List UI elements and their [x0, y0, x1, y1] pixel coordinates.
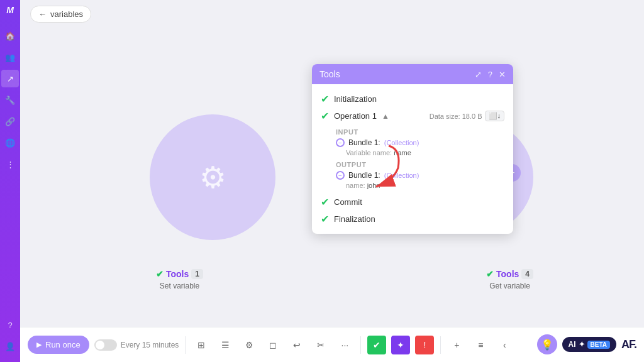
ai-badge[interactable]: AI ✦ BETA — [562, 337, 616, 352]
back-button[interactable]: ← variables — [30, 6, 91, 23]
sidebar-item-account[interactable]: 👤 — [1, 337, 19, 355]
input-section-label: INPUT — [336, 128, 504, 136]
sparkle-icon: ✦ — [579, 340, 585, 349]
collapse-btn[interactable]: ‹ — [495, 336, 514, 354]
left-node-title: ✔ Tools 1 — [156, 269, 203, 279]
sidebar: M 🏠 👥 ↗ 🔧 🔗 🌐 ⋮ ? 👤 — [0, 0, 20, 362]
panel-header-icons: ⤢ ? ✕ — [475, 70, 506, 79]
green-action-btn[interactable]: ✔ — [367, 336, 386, 354]
input-var-label: Variable name: — [346, 149, 392, 156]
sidebar-item-help[interactable]: ? — [1, 316, 19, 334]
red-action-btn[interactable]: ! — [415, 336, 434, 354]
output-section-label: OUTPUT — [336, 161, 504, 168]
af-text: AF. — [621, 338, 636, 351]
left-check-icon: ✔ — [156, 269, 164, 279]
init-check-icon: ✔ — [321, 93, 329, 105]
sidebar-item-chain[interactable]: 🔗 — [1, 112, 19, 130]
main-canvas: ← variables ⚙ ⚙ + 🔍 ✔ Too — [20, 0, 644, 362]
data-size: Data size: 18.0 B ⬜↓ — [430, 111, 504, 121]
flow-area: ⚙ ⚙ + 🔍 ✔ Tools 1 Set variable — [112, 45, 552, 309]
right-node-label: ✔ Tools 4 Get variable — [486, 269, 533, 290]
more-btn[interactable]: ··· — [335, 336, 354, 354]
toolbar-separator-1 — [185, 336, 186, 354]
op-label: Operation 1 — [334, 111, 377, 121]
expand-icon[interactable]: ⤢ — [475, 70, 482, 79]
list-btn[interactable]: ☰ — [216, 336, 235, 354]
schedule-toggle[interactable] — [94, 339, 117, 351]
beta-badge: BETA — [587, 341, 610, 349]
input-var-value: name — [394, 149, 411, 156]
init-label: Initialization — [334, 94, 377, 104]
panel-title: Tools — [319, 69, 340, 79]
ai-label: AI — [569, 340, 576, 349]
init-row: ✔ Initialization — [321, 90, 504, 107]
left-node-circle: ⚙ — [150, 114, 275, 240]
settings-btn[interactable]: ⚙ — [240, 336, 258, 354]
output-bundle-label: Bundle 1: — [348, 171, 380, 180]
right-node-name: Tools — [496, 269, 519, 279]
right-node-title: ✔ Tools 4 — [486, 269, 533, 279]
data-btn[interactable]: ⬜↓ — [485, 111, 505, 121]
canvas-area: ⚙ ⚙ + 🔍 ✔ Tools 1 Set variable — [20, 28, 644, 327]
commit-row: ✔ Commit — [321, 194, 504, 211]
sidebar-item-tools[interactable]: 🔧 — [1, 91, 19, 109]
add-btn[interactable]: + — [447, 336, 466, 354]
input-minus-icon: − — [336, 138, 345, 147]
operation-row: ✔ Operation 1 ▲ Data size: 18.0 B ⬜↓ — [321, 107, 504, 124]
toolbar-separator-2 — [360, 336, 361, 354]
clipboard-btn[interactable]: ⊞ — [192, 336, 211, 354]
input-bundle-label: Bundle 1: — [348, 138, 380, 147]
finalization-row: ✔ Finalization — [321, 211, 504, 228]
run-once-button[interactable]: ▶ Run once — [28, 336, 89, 354]
input-bundle-row: − Bundle 1: (Collection) — [336, 137, 504, 148]
panel-header: Tools ⤢ ? ✕ — [312, 64, 513, 84]
right-node-badge: 4 — [521, 269, 533, 279]
sidebar-item-share[interactable]: ↗ — [1, 70, 19, 87]
output-bundle-row: − Bundle 1: (Collection) — [336, 170, 504, 181]
left-node-name: Tools — [166, 269, 189, 279]
final-check-icon: ✔ — [321, 213, 329, 225]
left-node-label: ✔ Tools 1 Set variable — [156, 269, 203, 290]
run-once-label: Run once — [45, 340, 80, 349]
tools-panel: Tools ⤢ ? ✕ ✔ Initialization — [312, 64, 513, 234]
sidebar-item-home[interactable]: 🏠 — [1, 27, 19, 45]
output-bundle-type: (Collection) — [384, 172, 419, 179]
cut-btn[interactable]: ✂ — [311, 336, 330, 354]
undo-btn[interactable]: ↩ — [287, 336, 306, 354]
output-var-value: john — [367, 182, 380, 189]
sidebar-item-globe[interactable]: 🌐 — [1, 134, 19, 151]
output-minus-icon: − — [336, 171, 345, 180]
schedule-label: Every 15 minutes — [121, 341, 179, 349]
close-icon[interactable]: ✕ — [499, 70, 506, 79]
input-bundle-type: (Collection) — [384, 139, 419, 146]
op-expand-icon: ▲ — [382, 112, 389, 121]
lamp-button[interactable]: 💡 — [537, 334, 557, 354]
breadcrumb-label: variables — [50, 9, 83, 19]
sidebar-item-more[interactable]: ⋮ — [1, 155, 19, 173]
logo: M — [6, 5, 14, 15]
final-label: Finalization — [334, 214, 375, 224]
play-icon: ▶ — [36, 341, 42, 349]
op-check-icon: ✔ — [321, 110, 329, 122]
right-check-icon: ✔ — [486, 269, 494, 279]
output-var-label: name: — [346, 182, 365, 189]
commit-label: Commit — [334, 197, 362, 207]
schedule-toggle-area: Every 15 minutes — [94, 339, 179, 351]
list2-btn[interactable]: ≡ — [471, 336, 490, 354]
left-node-subtitle: Set variable — [160, 282, 199, 290]
back-arrow-icon: ← — [38, 9, 47, 19]
bottom-right-area: 💡 AI ✦ BETA AF. — [537, 334, 636, 354]
topbar: ← variables — [20, 0, 644, 28]
clock-icon: ⚙ — [199, 160, 226, 195]
input-var-row: Variable name: name — [346, 148, 504, 157]
left-node-badge: 1 — [191, 269, 203, 279]
shape-btn[interactable]: ◻ — [264, 336, 282, 354]
help-icon[interactable]: ? — [488, 70, 492, 79]
purple-action-btn[interactable]: ✦ — [391, 336, 410, 354]
sidebar-item-users[interactable]: 👥 — [1, 48, 19, 66]
data-size-label: Data size: 18.0 B — [430, 112, 482, 120]
output-var-row: name: john — [346, 181, 504, 190]
toolbar-separator-3 — [440, 336, 441, 354]
right-node-subtitle: Get variable — [489, 282, 530, 290]
commit-check-icon: ✔ — [321, 196, 329, 208]
